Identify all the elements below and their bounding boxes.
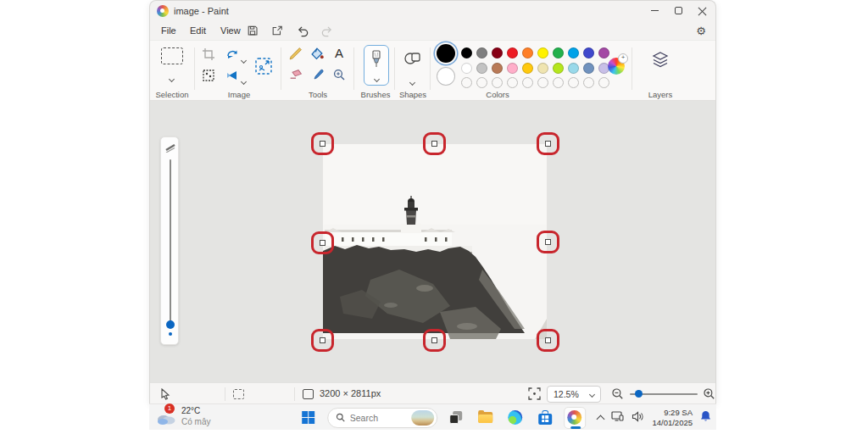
palette-color-swatch[interactable]	[476, 63, 487, 74]
palette-empty-slot[interactable]	[522, 77, 533, 88]
brushes-button[interactable]	[364, 45, 389, 86]
settings-button[interactable]: ⚙	[692, 22, 710, 39]
annotation-ring-mid-right	[537, 231, 559, 253]
chevron-down-icon	[241, 58, 247, 64]
paint-taskbar-button[interactable]	[564, 407, 586, 429]
edit-colors-button[interactable]	[608, 58, 625, 75]
color1-swatch[interactable]	[437, 44, 455, 63]
system-tray: 9:29 SA 14/01/2025	[598, 404, 711, 431]
shapes-dropdown[interactable]	[410, 73, 415, 88]
pencil-icon	[288, 47, 303, 61]
magnifier-button[interactable]	[332, 68, 346, 85]
flip-dropdown[interactable]	[242, 72, 246, 87]
close-button[interactable]	[690, 1, 714, 20]
zoom-out-button[interactable]	[611, 387, 624, 402]
tray-volume-button[interactable]	[632, 410, 644, 426]
file-explorer-button[interactable]	[475, 407, 497, 429]
layers-group-label: Layers	[635, 90, 686, 99]
task-view-button[interactable]	[445, 407, 467, 429]
weather-widget[interactable]: 1 22°C Có mây	[156, 406, 210, 427]
palette-color-swatch[interactable]	[537, 63, 548, 74]
chevron-down-icon	[589, 391, 595, 397]
share-button[interactable]	[268, 22, 287, 39]
text-tool-button[interactable]: A	[331, 46, 347, 60]
store-button[interactable]	[534, 407, 556, 429]
start-button[interactable]	[298, 407, 320, 429]
palette-empty-slot[interactable]	[537, 77, 548, 88]
palette-color-swatch[interactable]	[492, 47, 503, 58]
palette-color-swatch[interactable]	[553, 47, 564, 58]
edge-button[interactable]	[504, 407, 526, 429]
menu-file[interactable]: File	[155, 23, 182, 38]
taskbar-search[interactable]	[327, 408, 437, 428]
crop-button[interactable]	[202, 47, 215, 64]
magic-select-button[interactable]	[202, 69, 215, 86]
toolbar: Selection	[150, 40, 715, 101]
save-button[interactable]	[243, 22, 262, 39]
tray-overflow-button[interactable]	[598, 414, 604, 422]
palette-color-swatch[interactable]	[583, 47, 594, 58]
undo-button[interactable]	[293, 22, 312, 39]
palette-color-swatch[interactable]	[522, 63, 533, 74]
palette-empty-slot[interactable]	[583, 77, 594, 88]
eraser-button[interactable]	[288, 68, 303, 86]
palette-color-swatch[interactable]	[553, 63, 564, 74]
taskbar-clock[interactable]: 9:29 SA 14/01/2025	[652, 408, 693, 428]
fit-to-screen-button[interactable]	[528, 387, 541, 402]
search-input[interactable]	[350, 413, 406, 423]
search-highlight-image[interactable]	[411, 410, 434, 426]
title-bar: image - Paint	[150, 1, 715, 21]
notification-center-button[interactable]	[700, 410, 711, 426]
rotate-button[interactable]	[225, 47, 239, 64]
minimize-button[interactable]	[643, 1, 666, 20]
palette-color-swatch[interactable]	[568, 47, 579, 58]
shapes-button[interactable]	[403, 49, 422, 71]
eyedropper-button[interactable]	[311, 68, 325, 85]
zoom-level-dropdown[interactable]: 12.5%	[547, 386, 601, 403]
rotate-dropdown[interactable]	[242, 51, 246, 66]
palette-color-swatch[interactable]	[568, 63, 579, 74]
fill-button[interactable]	[310, 47, 325, 64]
flip-button[interactable]	[225, 69, 239, 86]
pencil-button[interactable]	[288, 47, 303, 64]
palette-color-swatch[interactable]	[507, 47, 518, 58]
paint-app-icon	[157, 5, 169, 17]
palette-color-swatch[interactable]	[537, 47, 548, 58]
size-slider-dot	[169, 332, 172, 336]
selection-tool-button[interactable]	[161, 47, 183, 64]
palette-color-swatch[interactable]	[507, 63, 518, 74]
size-slider-thumb[interactable]	[166, 320, 175, 329]
palette-empty-slot[interactable]	[568, 77, 579, 88]
canvas-photo[interactable]	[322, 143, 548, 340]
palette-color-swatch[interactable]	[598, 47, 609, 58]
resize-image-icon	[253, 56, 274, 76]
selection-icon	[161, 47, 183, 64]
palette-color-swatch[interactable]	[492, 63, 503, 74]
zoom-in-button[interactable]	[703, 387, 715, 402]
resize-button[interactable]	[253, 56, 274, 80]
palette-empty-slot[interactable]	[598, 77, 609, 88]
layers-button[interactable]	[651, 51, 670, 73]
palette-empty-slot[interactable]	[461, 77, 472, 88]
palette-empty-slot[interactable]	[553, 77, 564, 88]
zoom-slider-thumb[interactable]	[635, 390, 643, 398]
color2-swatch[interactable]	[437, 67, 455, 86]
palette-empty-slot[interactable]	[492, 77, 503, 88]
maximize-button[interactable]	[666, 1, 690, 20]
menu-view[interactable]: View	[214, 23, 247, 38]
selection-dropdown[interactable]	[170, 70, 174, 85]
palette-color-swatch[interactable]	[583, 63, 594, 74]
size-slider-track[interactable]	[170, 159, 171, 322]
tray-device-button[interactable]	[611, 410, 624, 426]
canvas-workspace[interactable]	[150, 101, 715, 382]
menu-edit[interactable]: Edit	[184, 23, 212, 38]
palette-empty-slot[interactable]	[507, 77, 518, 88]
file-explorer-icon	[478, 412, 492, 423]
palette-color-swatch[interactable]	[461, 63, 472, 74]
palette-color-swatch[interactable]	[522, 47, 533, 58]
palette-color-swatch[interactable]	[476, 47, 487, 58]
redo-button[interactable]	[317, 22, 336, 39]
palette-color-swatch[interactable]	[461, 47, 472, 58]
palette-empty-slot[interactable]	[476, 77, 487, 88]
speaker-icon	[632, 411, 644, 422]
